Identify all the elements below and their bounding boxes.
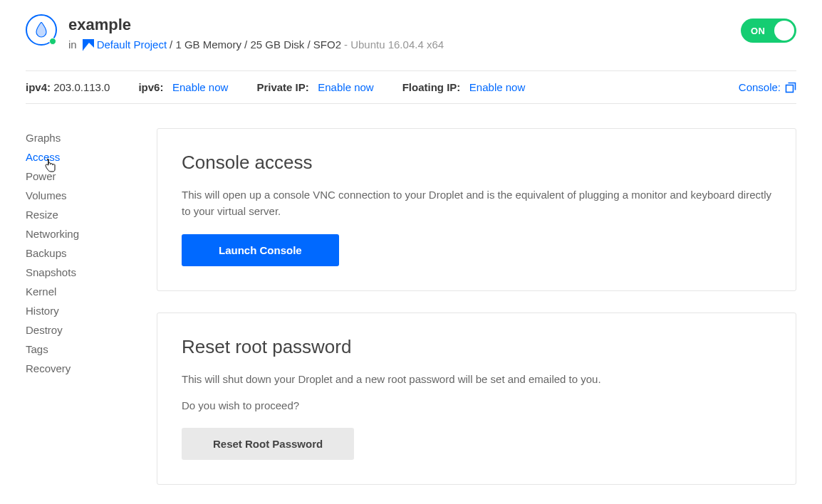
sidebar-item-backups[interactable]: Backups	[26, 243, 128, 263]
droplet-icon	[35, 22, 48, 38]
ipv4-item: ipv4: 203.0.113.0	[26, 81, 110, 93]
sidebar-item-access[interactable]: Access	[26, 147, 128, 167]
sidebar-item-volumes[interactable]: Volumes	[26, 186, 128, 205]
svg-rect-2	[786, 85, 794, 92]
project-link[interactable]: Default Project	[97, 38, 167, 51]
toggle-knob	[774, 21, 794, 41]
console-access-desc: This will open up a console VNC connecti…	[182, 187, 771, 220]
reset-password-card: Reset root password This will shut down …	[157, 313, 796, 485]
header-left: example in Default Project / 1 GB Memory…	[26, 14, 444, 51]
console-access-title: Console access	[182, 152, 771, 174]
sidebar-item-kernel[interactable]: Kernel	[26, 282, 128, 301]
floating-ip-enable-link[interactable]: Enable now	[469, 81, 525, 93]
floating-ip-item: Floating IP: Enable now	[402, 81, 526, 93]
sidebar-item-snapshots[interactable]: Snapshots	[26, 263, 128, 282]
private-ip-enable-link[interactable]: Enable now	[318, 81, 373, 93]
reset-root-password-button[interactable]: Reset Root Password	[182, 428, 354, 460]
console-access-card: Console access This will open up a conso…	[157, 128, 796, 291]
reset-password-title: Reset root password	[182, 336, 771, 358]
private-ip-item: Private IP: Enable now	[256, 81, 373, 93]
droplet-os: - Ubuntu 16.04.4 x64	[344, 38, 444, 51]
network-info-bar: ipv4: 203.0.113.0 ipv6: Enable now Priva…	[26, 70, 796, 104]
ipv6-enable-link[interactable]: Enable now	[172, 81, 228, 93]
sidebar-item-destroy[interactable]: Destroy	[26, 320, 128, 340]
sidebar-item-tags[interactable]: Tags	[26, 340, 128, 359]
page-header: example in Default Project / 1 GB Memory…	[26, 14, 796, 51]
droplet-meta: in Default Project / 1 GB Memory / 25 GB…	[68, 38, 444, 51]
sidebar-item-history[interactable]: History	[26, 301, 128, 320]
header-text: example in Default Project / 1 GB Memory…	[68, 14, 444, 51]
main-content: Console access This will open up a conso…	[157, 128, 796, 485]
sidebar-item-networking[interactable]: Networking	[26, 224, 128, 243]
reset-password-desc2: Do you wish to proceed?	[182, 397, 771, 414]
sidebar-item-recovery[interactable]: Recovery	[26, 359, 128, 378]
console-link[interactable]: Console:	[739, 81, 796, 93]
infobar-left: ipv4: 203.0.113.0 ipv6: Enable now Priva…	[26, 81, 525, 93]
page-body: Graphs Access Power Volumes Resize Netwo…	[26, 128, 796, 485]
droplet-avatar	[26, 14, 57, 46]
status-dot-online	[49, 38, 56, 45]
sidebar-item-graphs[interactable]: Graphs	[26, 128, 128, 147]
sidebar-item-power[interactable]: Power	[26, 167, 128, 186]
ipv6-item: ipv6: Enable now	[138, 81, 228, 93]
reset-password-desc1: This will shut down your Droplet and a n…	[182, 371, 771, 387]
power-toggle[interactable]: ON	[741, 19, 796, 43]
popout-icon	[785, 82, 796, 93]
toggle-state-label: ON	[751, 26, 766, 36]
droplet-title: example	[68, 16, 444, 34]
launch-console-button[interactable]: Launch Console	[182, 234, 339, 266]
sidebar-item-resize[interactable]: Resize	[26, 205, 128, 224]
sidebar-nav: Graphs Access Power Volumes Resize Netwo…	[26, 128, 128, 485]
droplet-specs: / 1 GB Memory / 25 GB Disk / SFO2	[170, 38, 341, 51]
project-icon	[83, 39, 94, 51]
